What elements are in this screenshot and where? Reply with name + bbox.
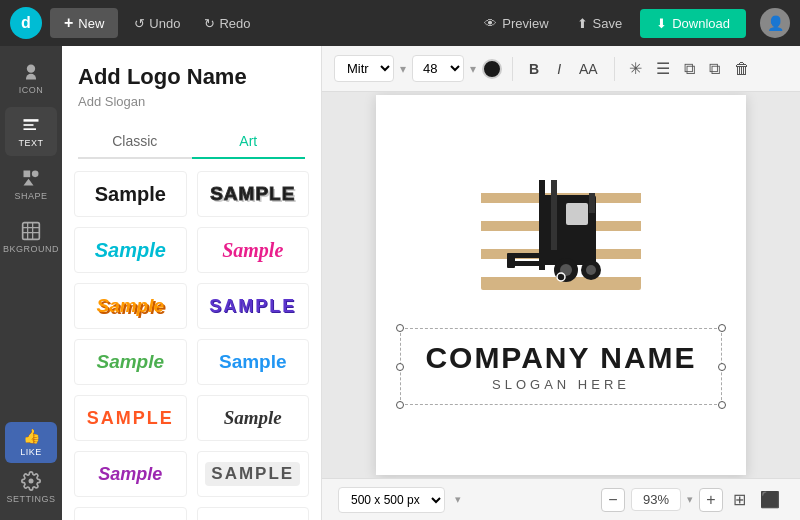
tab-classic[interactable]: Classic bbox=[78, 125, 192, 159]
canvas-frame[interactable]: COMPANY NAME SLOGAN HERE bbox=[376, 95, 746, 475]
list-item[interactable]: SAMPLE bbox=[197, 283, 310, 329]
save-button[interactable]: ⬆ Save bbox=[567, 11, 633, 36]
save-icon: ⬆ bbox=[577, 16, 588, 31]
redo-button[interactable]: ↻ Redo bbox=[196, 11, 258, 36]
svg-rect-18 bbox=[511, 261, 545, 266]
list-item[interactable]: Sample bbox=[197, 227, 310, 273]
tab-art[interactable]: Art bbox=[192, 125, 306, 159]
color-picker[interactable] bbox=[482, 59, 502, 79]
list-item[interactable]: SAMPLE bbox=[197, 171, 310, 217]
canvas-content: COMPANY NAME SLOGAN HERE bbox=[322, 92, 800, 478]
forklift-graphic bbox=[471, 165, 651, 320]
svg-rect-7 bbox=[23, 223, 40, 240]
separator bbox=[614, 57, 615, 81]
svg-rect-24 bbox=[566, 203, 588, 225]
handle-tl[interactable] bbox=[396, 324, 404, 332]
svg-rect-1 bbox=[24, 119, 39, 122]
delete-button[interactable]: 🗑 bbox=[730, 56, 754, 82]
list-item[interactable]: Sample bbox=[197, 507, 310, 520]
sidebar-item-shape[interactable]: SHAPE bbox=[5, 160, 57, 209]
sidebar-item-like[interactable]: 👍 Like bbox=[5, 422, 57, 463]
handle-ml[interactable] bbox=[396, 363, 404, 371]
plus-icon: + bbox=[64, 14, 73, 32]
duplicate-button[interactable]: ⧉ bbox=[705, 56, 724, 82]
sidebar-item-icon[interactable]: ICON bbox=[5, 54, 57, 103]
undo-button[interactable]: ↺ Undo bbox=[126, 11, 188, 36]
company-name-text: COMPANY NAME bbox=[425, 341, 696, 375]
handle-bl[interactable] bbox=[396, 401, 404, 409]
panel-header: Add Logo Name Add Slogan bbox=[62, 46, 321, 117]
list-item[interactable]: Sample bbox=[74, 171, 187, 217]
panel-title: Add Logo Name bbox=[78, 64, 305, 90]
svg-rect-4 bbox=[24, 171, 31, 178]
svg-rect-16 bbox=[551, 180, 557, 250]
svg-point-5 bbox=[32, 171, 39, 178]
settings-icon bbox=[21, 471, 41, 491]
list-item[interactable]: SAMPLE bbox=[197, 451, 310, 497]
panel: Add Logo Name Add Slogan Classic Art Sam… bbox=[62, 46, 322, 520]
list-item[interactable]: Sample bbox=[74, 283, 187, 329]
bold-button[interactable]: B bbox=[523, 57, 545, 81]
sidebar-item-background[interactable]: BKGROUND bbox=[5, 213, 57, 262]
preview-button[interactable]: 👁 Preview bbox=[474, 11, 558, 36]
redo-icon: ↻ bbox=[204, 16, 215, 31]
svg-point-21 bbox=[560, 264, 572, 276]
italic-button[interactable]: I bbox=[551, 57, 567, 81]
zoom-out-button[interactable]: − bbox=[601, 488, 625, 512]
background-icon bbox=[21, 221, 41, 241]
styles-grid: Sample SAMPLE Sample Sample Sample SAMPL… bbox=[62, 159, 321, 520]
canvas-area: Mitr ▾ 48 ▾ B I AA ✳ ☰ ⧉ ⧉ 🗑 bbox=[322, 46, 800, 520]
panel-subtitle[interactable]: Add Slogan bbox=[78, 94, 305, 109]
shape-icon bbox=[21, 168, 41, 188]
list-item[interactable]: Sample bbox=[74, 339, 187, 385]
list-item[interactable]: Sample bbox=[74, 451, 187, 497]
svg-rect-10 bbox=[481, 175, 641, 193]
layers-button[interactable]: ⧉ bbox=[680, 56, 699, 82]
app-logo: d bbox=[10, 7, 42, 39]
svg-point-0 bbox=[27, 65, 35, 73]
list-item[interactable]: Sample bbox=[74, 227, 187, 273]
svg-rect-3 bbox=[24, 128, 37, 130]
format-toolbar: Mitr ▾ 48 ▾ B I AA ✳ ☰ ⧉ ⧉ 🗑 bbox=[322, 46, 800, 92]
handle-mr[interactable] bbox=[718, 363, 726, 371]
undo-icon: ↺ bbox=[134, 16, 145, 31]
svg-rect-17 bbox=[511, 253, 545, 258]
svg-rect-19 bbox=[507, 253, 515, 268]
bottom-bar: 500 x 500 px ▾ − 93% ▾ + ⊞ ⬛ bbox=[322, 478, 800, 520]
grid-button[interactable]: ⊞ bbox=[729, 486, 750, 513]
effects-button[interactable]: ✳ bbox=[625, 55, 646, 82]
list-item[interactable]: SAMPLE bbox=[74, 507, 187, 520]
icon-icon bbox=[21, 62, 41, 82]
sidebar-icons: ICON TEXT SHAPE BKGROUND 👍 Like SETTINGS bbox=[0, 46, 62, 520]
list-item[interactable]: SAMPLE bbox=[74, 395, 187, 441]
font-family-select[interactable]: Mitr bbox=[334, 55, 394, 82]
font-size-select[interactable]: 48 bbox=[412, 55, 464, 82]
like-icon: 👍 bbox=[23, 428, 40, 444]
sidebar-item-text[interactable]: TEXT bbox=[5, 107, 57, 156]
list-item[interactable]: Sample bbox=[197, 395, 310, 441]
zoom-controls: − 93% ▾ + ⊞ ⬛ bbox=[601, 486, 784, 513]
svg-marker-6 bbox=[24, 179, 34, 186]
list-button[interactable]: ☰ bbox=[652, 55, 674, 82]
handle-br[interactable] bbox=[718, 401, 726, 409]
svg-rect-25 bbox=[589, 193, 595, 213]
top-toolbar: d + New ↺ Undo ↻ Redo 👁 Preview ⬆ Save ⬇… bbox=[0, 0, 800, 46]
user-avatar[interactable]: 👤 bbox=[760, 8, 790, 38]
panel-tabs: Classic Art bbox=[78, 125, 305, 159]
canvas-text-area[interactable]: COMPANY NAME SLOGAN HERE bbox=[400, 328, 721, 405]
case-button[interactable]: AA bbox=[573, 57, 604, 81]
download-icon: ⬇ bbox=[656, 16, 667, 31]
fit-button[interactable]: ⬛ bbox=[756, 486, 784, 513]
svg-rect-2 bbox=[24, 124, 34, 126]
handle-tr[interactable] bbox=[718, 324, 726, 332]
preview-icon: 👁 bbox=[484, 16, 497, 31]
sidebar-item-settings[interactable]: SETTINGS bbox=[5, 463, 57, 512]
svg-point-23 bbox=[586, 265, 596, 275]
list-item[interactable]: Sample bbox=[197, 339, 310, 385]
new-button[interactable]: + New bbox=[50, 8, 118, 38]
download-button[interactable]: ⬇ Download bbox=[640, 9, 746, 38]
zoom-in-button[interactable]: + bbox=[699, 488, 723, 512]
canvas-size-select[interactable]: 500 x 500 px bbox=[338, 487, 445, 513]
sidebar-bottom: 👍 Like SETTINGS bbox=[5, 422, 57, 512]
svg-point-8 bbox=[29, 479, 34, 484]
